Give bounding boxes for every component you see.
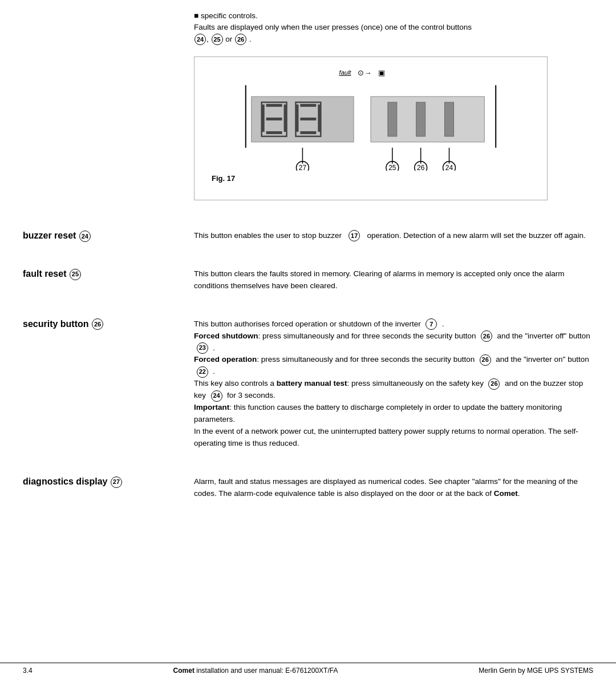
top-section: ■ specific controls. Faults are displaye… [0,0,616,209]
svg-text:24: 24 [445,164,453,171]
svg-rect-18 [318,118,321,132]
fault-icon: fault [339,69,351,76]
figure-inner: fault ⊙→ ▣ [212,68,530,183]
footer-company: Merlin Gerin by MGE UPS SYSTEMS [479,667,593,675]
svg-rect-9 [284,104,287,118]
key-icon: ▣ [378,68,385,77]
footer-center: Comet installation and user manual: E-67… [33,667,479,675]
ref-26b: 26 [480,354,491,366]
content-section: buzzer reset 24 This button enables the … [0,209,616,509]
svg-rect-4 [266,104,282,107]
svg-text:25: 25 [388,164,396,171]
svg-rect-15 [295,104,298,118]
buzzer-reset-desc: This button enables the user to stop buz… [194,221,593,251]
top-icons-row: fault ⊙→ ▣ [339,68,386,77]
diagnostics-display-label: diagnostics display 27 [23,459,194,509]
svg-rect-21 [416,102,425,136]
security-button-desc: This button authorises forced operation … [194,301,593,459]
svg-rect-8 [262,118,265,132]
svg-rect-22 [445,102,454,136]
figure-svg-wrapper: 27 25 26 24 [212,79,530,171]
buzzer-reset-label: buzzer reset 24 [23,221,194,251]
ref-24b: 24 [211,390,222,402]
svg-rect-12 [300,104,316,107]
fault-reset-num: 25 [70,269,81,280]
svg-text:26: 26 [417,164,425,171]
svg-rect-5 [266,118,282,120]
intro-line2: Faults are displayed only when the user … [194,22,593,45]
circle-24: 24 [194,34,206,45]
svg-rect-13 [300,118,316,120]
buzzer-ref-17: 17 [348,230,360,241]
svg-rect-20 [388,102,397,136]
svg-rect-16 [295,118,298,132]
figure-box: fault ⊙→ ▣ [194,56,548,200]
svg-text:27: 27 [299,164,307,171]
buzzer-reset-num: 24 [79,231,91,242]
ref-7: 7 [425,318,437,330]
ref-22: 22 [197,366,208,378]
circle-25: 25 [212,34,223,45]
figure-caption: Fig. 17 [212,174,235,183]
svg-rect-6 [266,131,282,134]
page: ■ specific controls. Faults are displaye… [0,0,616,678]
footer-page-num: 3.4 [23,667,33,675]
security-button-label: security button 26 [23,301,194,459]
svg-rect-14 [300,131,316,134]
circle-26: 26 [235,34,246,45]
svg-rect-7 [262,104,265,118]
arrow-icon: ⊙→ [358,68,371,77]
ref-23: 23 [197,342,208,354]
intro-text: ■ specific controls. Faults are displaye… [194,10,593,45]
svg-rect-10 [284,118,287,132]
footer-manual-ref: installation and user manual: E-6761200X… [194,667,338,675]
diagnostics-display-num: 27 [111,477,122,488]
footer-product-name: Comet [173,667,194,675]
fault-reset-label: fault reset 25 [23,251,194,301]
diagnostics-display-desc: Alarm, fault and status messages are dis… [194,459,593,509]
footer: 3.4 Comet installation and user manual: … [0,663,616,678]
figure-svg: 27 25 26 24 [212,79,530,171]
svg-rect-17 [318,104,321,118]
ref-26a: 26 [481,330,492,342]
intro-line1: ■ specific controls. [194,10,593,22]
ref-26c: 26 [488,378,500,390]
security-button-num: 26 [92,318,103,330]
fault-reset-desc: This button clears the faults stored in … [194,251,593,301]
